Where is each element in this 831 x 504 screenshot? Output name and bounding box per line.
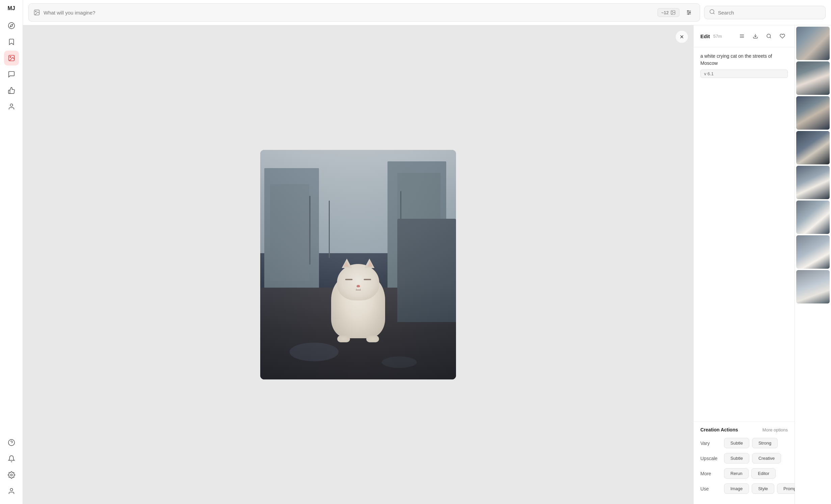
app-logo[interactable]: MJ	[7, 5, 15, 11]
search-wrap[interactable]	[704, 6, 826, 19]
creation-actions: Creation Actions More options Vary Subtl…	[694, 421, 795, 504]
time-badge: 57m	[713, 34, 722, 39]
image-icon	[33, 9, 40, 16]
token-badge[interactable]: ~12	[658, 8, 679, 17]
svg-point-6	[10, 474, 12, 476]
sidebar-item-explore[interactable]	[4, 18, 19, 33]
sidebar-item-notifications[interactable]	[4, 451, 19, 466]
vary-buttons: Subtle Strong	[724, 438, 778, 448]
use-prompt-button[interactable]: Prompt	[777, 483, 795, 494]
edit-label: Edit	[700, 33, 710, 39]
svg-point-16	[690, 12, 691, 13]
thumbnail-7[interactable]	[796, 235, 830, 269]
main-image	[260, 150, 456, 379]
use-row: Use Image Style Prompt	[700, 483, 788, 494]
image-viewer	[23, 25, 693, 504]
more-options-link[interactable]: More options	[762, 427, 788, 432]
topbar: ~12	[23, 0, 831, 25]
image-prompt: a white crying cat on the streets of Mos…	[694, 47, 795, 70]
sidebar: MJ	[0, 0, 23, 504]
sidebar-item-images[interactable]	[4, 51, 19, 65]
upscale-label: Upscale	[700, 456, 721, 461]
use-label: Use	[700, 486, 721, 492]
thumbnail-1[interactable]	[796, 27, 830, 60]
creation-actions-title: Creation Actions	[700, 427, 738, 432]
content-area: Edit 57m a white cry	[23, 25, 831, 504]
vary-subtle-button[interactable]: Subtle	[724, 438, 749, 448]
close-button[interactable]	[676, 31, 688, 43]
sidebar-item-account[interactable]	[4, 484, 19, 499]
upscale-row: Upscale Subtle Creative	[700, 453, 788, 463]
panel-header: Edit 57m	[694, 25, 795, 47]
sidebar-item-liked[interactable]	[4, 83, 19, 98]
creation-actions-header: Creation Actions More options	[700, 427, 788, 432]
svg-point-0	[8, 23, 14, 29]
like-button[interactable]	[777, 31, 788, 42]
svg-point-11	[672, 11, 673, 12]
thumbnail-5[interactable]	[796, 166, 830, 199]
thumbnail-3[interactable]	[796, 96, 830, 130]
prompt-input-wrap[interactable]: ~12	[28, 3, 700, 22]
thumbnail-8[interactable]	[796, 270, 830, 303]
more-row: More Rerun Editor	[700, 468, 788, 479]
vary-label: Vary	[700, 441, 721, 446]
vary-strong-button[interactable]: Strong	[752, 438, 778, 448]
svg-line-19	[713, 13, 714, 14]
thumbnail-4[interactable]	[796, 131, 830, 164]
search-icon	[709, 9, 715, 16]
sidebar-item-settings[interactable]	[4, 468, 19, 482]
search-input[interactable]	[718, 10, 821, 16]
sidebar-bottom	[4, 435, 19, 499]
sidebar-item-bookmarks[interactable]	[4, 34, 19, 49]
svg-point-2	[10, 56, 11, 57]
thumbnail-2[interactable]	[796, 61, 830, 95]
svg-point-15	[688, 10, 689, 11]
prompt-input[interactable]	[44, 10, 654, 16]
use-buttons: Image Style Prompt	[724, 483, 795, 494]
thumbnail-6[interactable]	[796, 201, 830, 234]
use-image-button[interactable]: Image	[724, 483, 749, 494]
filter-button[interactable]	[683, 6, 695, 19]
vary-row: Vary Subtle Strong	[700, 438, 788, 448]
menu-button[interactable]	[736, 31, 747, 42]
version-badge: v 6.1	[700, 70, 788, 78]
upscale-buttons: Subtle Creative	[724, 453, 781, 463]
upscale-creative-button[interactable]: Creative	[752, 453, 781, 463]
use-style-button[interactable]: Style	[752, 483, 774, 494]
svg-point-26	[767, 34, 771, 38]
header-actions	[736, 31, 788, 42]
sidebar-item-help[interactable]	[4, 435, 19, 450]
sidebar-item-profile[interactable]	[4, 99, 19, 114]
more-buttons: Rerun Editor	[724, 468, 776, 479]
download-button[interactable]	[750, 31, 761, 42]
right-panel: Edit 57m a white cry	[693, 25, 795, 504]
svg-line-27	[770, 37, 771, 38]
svg-point-17	[688, 14, 689, 15]
rerun-button[interactable]: Rerun	[724, 468, 749, 479]
svg-point-18	[710, 9, 714, 14]
svg-point-9	[35, 11, 36, 12]
sidebar-item-chat[interactable]	[4, 67, 19, 82]
svg-point-4	[8, 440, 14, 446]
more-label: More	[700, 471, 721, 476]
main-content: ~12	[23, 0, 831, 504]
upscale-subtle-button[interactable]: Subtle	[724, 453, 749, 463]
editor-button[interactable]: Editor	[751, 468, 776, 479]
svg-point-7	[10, 488, 12, 491]
zoom-button[interactable]	[763, 31, 774, 42]
svg-point-3	[10, 104, 12, 106]
thumbnail-strip	[795, 25, 831, 504]
